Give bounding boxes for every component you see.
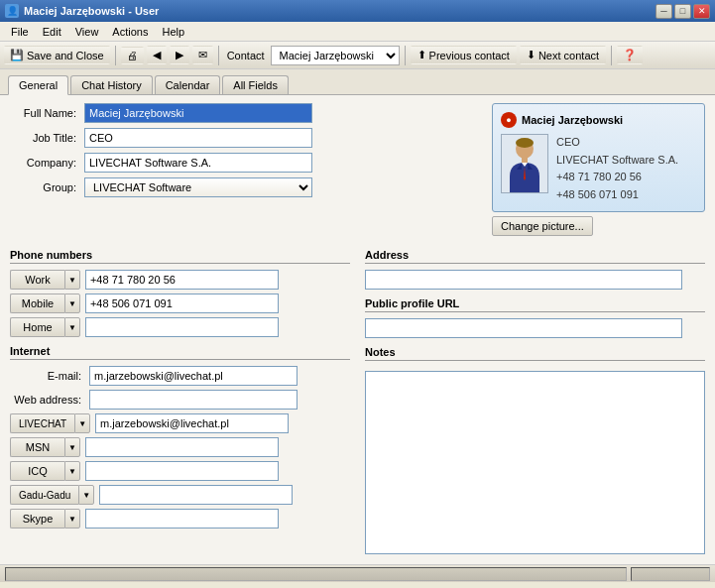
livechat-row: LIVECHAT ▼ bbox=[10, 413, 350, 433]
gadu-dropdown-button[interactable]: ▼ bbox=[78, 485, 94, 505]
icq-input[interactable] bbox=[85, 461, 279, 481]
company-label: Company: bbox=[10, 157, 84, 169]
work-button[interactable]: Work bbox=[10, 270, 64, 290]
skype-row: Skype ▼ bbox=[10, 509, 350, 529]
menu-help[interactable]: Help bbox=[156, 25, 190, 39]
title-bar-left: 👤 Maciej Jarzębowski - User bbox=[5, 4, 159, 18]
toolbar-separator-1 bbox=[115, 46, 116, 65]
email-label: E-mail: bbox=[10, 370, 89, 382]
web-label: Web address: bbox=[10, 394, 89, 406]
forward-button[interactable]: ▶ bbox=[170, 46, 189, 64]
msn-input[interactable] bbox=[85, 437, 279, 457]
skype-dropdown-button[interactable]: ▼ bbox=[64, 509, 80, 529]
phone-row-work: Work ▼ bbox=[10, 270, 350, 290]
gadu-input[interactable] bbox=[99, 485, 293, 505]
menu-view[interactable]: View bbox=[69, 25, 105, 39]
toolbar-separator-4 bbox=[611, 46, 612, 65]
home-split-btn: Home ▼ bbox=[10, 317, 80, 337]
msn-dropdown-button[interactable]: ▼ bbox=[64, 437, 80, 457]
save-close-button[interactable]: 💾 Save and Close bbox=[4, 46, 110, 64]
svg-rect-2 bbox=[522, 158, 528, 163]
group-select[interactable]: LIVECHAT Software bbox=[84, 177, 312, 197]
notes-title: Notes bbox=[365, 346, 705, 361]
tab-all-fields[interactable]: All Fields bbox=[222, 75, 289, 94]
card-header: ● Maciej Jarzębowski bbox=[501, 112, 696, 128]
mobile-button[interactable]: Mobile bbox=[10, 294, 64, 313]
address-title: Address bbox=[365, 249, 705, 264]
address-input[interactable] bbox=[365, 270, 682, 290]
company-input[interactable] bbox=[84, 153, 312, 173]
home-button[interactable]: Home bbox=[10, 317, 64, 337]
work-split-btn: Work ▼ bbox=[10, 270, 80, 290]
prev-arrow-icon: ⬆ bbox=[417, 49, 426, 61]
toolbar-separator-2 bbox=[218, 46, 219, 65]
tabs: General Chat History Calendar All Fields bbox=[0, 69, 715, 95]
group-label: Group: bbox=[10, 181, 84, 193]
skype-button[interactable]: Skype bbox=[10, 509, 64, 529]
icq-button[interactable]: ICQ bbox=[10, 461, 64, 481]
gadu-split-btn: Gadu-Gadu ▼ bbox=[10, 485, 94, 505]
help-icon: ❓ bbox=[623, 49, 637, 61]
skype-split-btn: Skype ▼ bbox=[10, 509, 80, 529]
livechat-button[interactable]: LIVECHAT bbox=[10, 413, 74, 433]
back-button[interactable]: ◀ bbox=[147, 46, 167, 64]
skype-input[interactable] bbox=[85, 509, 279, 529]
work-phone-input[interactable] bbox=[85, 270, 279, 290]
svg-point-1 bbox=[516, 138, 534, 148]
previous-contact-button[interactable]: ⬆ Previous contact bbox=[411, 46, 517, 64]
avatar-image bbox=[502, 135, 547, 192]
print-icon: 🖨 bbox=[127, 50, 138, 61]
card-title: CEO bbox=[556, 134, 678, 152]
contact-combo[interactable]: Maciej Jarzębowski bbox=[271, 46, 400, 65]
full-name-input[interactable] bbox=[84, 103, 312, 123]
phone-numbers-title: Phone numbers bbox=[10, 249, 350, 264]
livechat-dropdown-button[interactable]: ▼ bbox=[74, 413, 90, 433]
msn-button[interactable]: MSN bbox=[10, 437, 64, 457]
main-content: Full Name: Job Title: Company: Group: LI… bbox=[0, 95, 715, 564]
menu-actions[interactable]: Actions bbox=[106, 25, 154, 39]
job-title-input[interactable] bbox=[84, 128, 312, 148]
home-phone-input[interactable] bbox=[85, 317, 279, 337]
livechat-input[interactable] bbox=[95, 413, 289, 433]
icq-split-btn: ICQ ▼ bbox=[10, 461, 80, 481]
mobile-dropdown-button[interactable]: ▼ bbox=[64, 294, 80, 313]
tab-chat-history[interactable]: Chat History bbox=[70, 75, 153, 94]
livechat-split-btn: LIVECHAT ▼ bbox=[10, 413, 90, 433]
close-button[interactable]: ✕ bbox=[693, 4, 710, 19]
home-dropdown-button[interactable]: ▼ bbox=[64, 317, 80, 337]
tab-general[interactable]: General bbox=[8, 75, 68, 95]
minimize-button[interactable]: ─ bbox=[655, 4, 672, 19]
help-button[interactable]: ❓ bbox=[617, 46, 643, 64]
job-title-label: Job Title: bbox=[10, 132, 84, 144]
avatar bbox=[501, 134, 548, 193]
public-profile-title: Public profile URL bbox=[365, 297, 705, 312]
status-bar-left bbox=[5, 567, 627, 581]
job-title-row: Job Title: bbox=[10, 128, 482, 148]
print-button[interactable]: 🖨 bbox=[121, 47, 144, 64]
full-name-label: Full Name: bbox=[10, 107, 84, 119]
internet-title: Internet bbox=[10, 345, 350, 360]
card-phone2: +48 506 071 091 bbox=[556, 186, 678, 204]
top-section: Full Name: Job Title: Company: Group: LI… bbox=[10, 103, 705, 236]
gadu-button[interactable]: Gadu-Gadu bbox=[10, 485, 78, 505]
maximize-button[interactable]: □ bbox=[674, 4, 691, 19]
change-picture-button[interactable]: Change picture... bbox=[492, 216, 593, 236]
email-input[interactable] bbox=[89, 366, 298, 386]
menu-file[interactable]: File bbox=[5, 25, 35, 39]
card-phone1: +48 71 780 20 56 bbox=[556, 169, 678, 186]
menu-edit[interactable]: Edit bbox=[37, 25, 67, 39]
work-dropdown-button[interactable]: ▼ bbox=[64, 270, 80, 290]
card-info: CEO LIVECHAT Software S.A. +48 71 780 20… bbox=[556, 134, 678, 203]
app-icon: 👤 bbox=[5, 4, 19, 18]
web-input[interactable] bbox=[89, 390, 298, 410]
company-row: Company: bbox=[10, 153, 482, 173]
card-company: LIVECHAT Software S.A. bbox=[556, 152, 678, 170]
icq-dropdown-button[interactable]: ▼ bbox=[64, 461, 80, 481]
mobile-phone-input[interactable] bbox=[85, 294, 279, 313]
notes-textarea[interactable] bbox=[365, 371, 705, 554]
msn-row: MSN ▼ bbox=[10, 437, 350, 457]
tab-calendar[interactable]: Calendar bbox=[155, 75, 221, 94]
next-contact-button[interactable]: ⬇ Next contact bbox=[520, 46, 606, 64]
email-button[interactable]: ✉ bbox=[192, 46, 213, 64]
public-profile-input[interactable] bbox=[365, 318, 682, 338]
